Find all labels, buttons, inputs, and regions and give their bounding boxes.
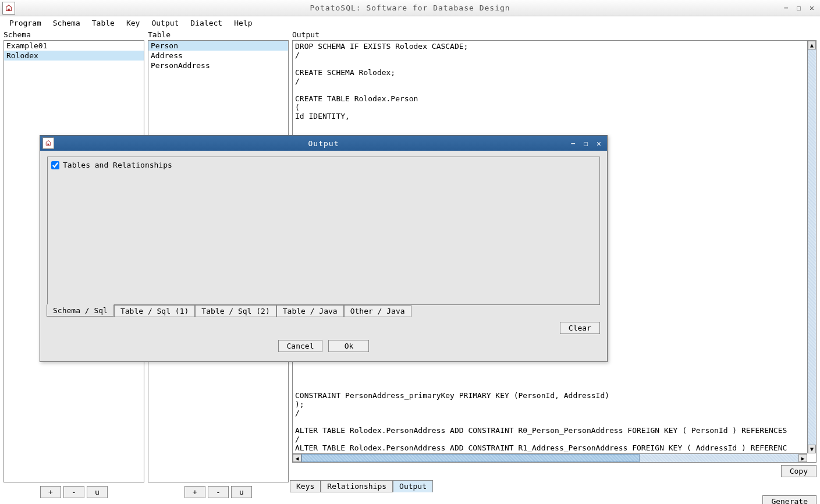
menubar: Program Schema Table Key Output Dialect … [0,16,820,30]
table-label: Table [148,30,289,40]
dialog-minimize-icon[interactable]: − [569,139,578,148]
schema-remove-button[interactable]: - [63,486,84,498]
dialog-app-icon [42,137,54,149]
tab-output[interactable]: Output [393,480,433,492]
menu-program[interactable]: Program [3,17,47,29]
menu-table[interactable]: Table [86,17,120,29]
cancel-button[interactable]: Cancel [278,340,323,352]
output-dialog: Output − ☐ ✕ Tables and Relationships Sc… [40,135,608,362]
schema-item[interactable]: Rolodex [4,51,144,61]
close-icon[interactable]: ✕ [807,3,817,13]
menu-key[interactable]: Key [120,17,145,29]
dialog-tabs: Schema / Sql Table / Sql (1) Table / Sql… [47,305,600,317]
dialog-tab-table-java[interactable]: Table / Java [276,305,344,317]
tables-relationships-checkbox-row[interactable]: Tables and Relationships [51,161,596,169]
bottom-tabs: Keys Relationships Output [290,480,817,492]
scroll-thumb[interactable] [301,454,640,462]
table-add-button[interactable]: + [184,486,205,498]
table-update-button[interactable]: u [231,486,252,498]
window-title: PotatoSQL: Software for Database Design [0,3,820,12]
table-item[interactable]: Person [148,41,288,51]
scroll-right-icon[interactable]: ▶ [798,454,807,462]
clear-button[interactable]: Clear [560,322,600,334]
minimize-icon[interactable]: − [782,3,791,13]
output-label: Output [292,30,817,40]
schema-item[interactable]: Example01 [4,41,144,51]
dialog-close-icon[interactable]: ✕ [594,139,604,148]
tables-relationships-checkbox[interactable] [51,161,59,169]
svg-rect-0 [8,8,10,10]
main-titlebar: PotatoSQL: Software for Database Design … [0,0,820,16]
app-icon [2,2,15,15]
dialog-tab-table-sql-1[interactable]: Table / Sql (1) [114,305,195,317]
dialog-titlebar: Output − ☐ ✕ [40,136,607,151]
table-item[interactable]: Address [148,51,288,61]
svg-rect-1 [48,144,49,145]
maximize-icon[interactable]: ☐ [794,3,804,13]
schema-add-button[interactable]: + [40,486,61,498]
ok-button[interactable]: Ok [328,340,369,352]
table-item[interactable]: PersonAddress [148,61,288,70]
menu-help[interactable]: Help [228,17,258,29]
schema-update-button[interactable]: u [87,486,108,498]
output-vertical-scrollbar[interactable]: ▲ ▼ [807,41,816,453]
dialog-tab-schema-sql[interactable]: Schema / Sql [47,304,114,317]
tables-relationships-label: Tables and Relationships [63,161,172,169]
menu-dialect[interactable]: Dialect [184,17,228,29]
tab-keys[interactable]: Keys [290,480,321,492]
scroll-left-icon[interactable]: ◀ [293,454,301,462]
output-horizontal-scrollbar[interactable]: ◀ ▶ [293,453,807,462]
dialog-tab-table-sql-2[interactable]: Table / Sql (2) [195,305,276,317]
scroll-down-icon[interactable]: ▼ [808,445,816,453]
tab-relationships[interactable]: Relationships [321,480,393,492]
scroll-track[interactable] [301,454,798,462]
schema-label: Schema [3,30,144,40]
menu-output[interactable]: Output [145,17,184,29]
table-remove-button[interactable]: - [208,486,229,498]
scroll-up-icon[interactable]: ▲ [808,41,816,49]
dialog-title: Output [40,139,607,148]
dialog-maximize-icon[interactable]: ☐ [581,139,591,148]
menu-schema[interactable]: Schema [47,17,86,29]
dialog-tab-other-java[interactable]: Other / Java [344,305,411,317]
generate-button[interactable]: Generate [762,495,817,504]
dialog-body: Tables and Relationships Schema / Sql Ta… [40,151,607,361]
copy-button[interactable]: Copy [781,465,817,477]
dialog-content: Tables and Relationships [47,157,600,305]
